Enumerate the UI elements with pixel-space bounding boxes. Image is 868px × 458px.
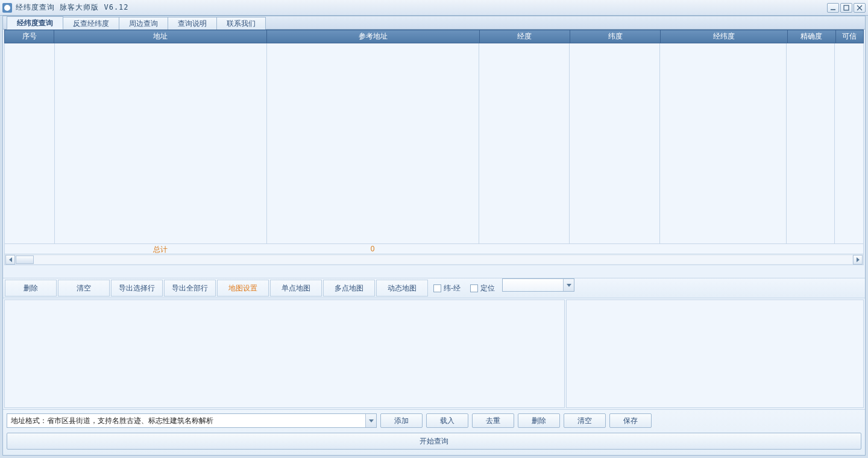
app-icon	[2, 3, 12, 13]
mid-toolbar: 删除 清空 导出选择行 导出全部行 地图设置 单点地图 多点地图 动态地图 纬-…	[3, 278, 865, 298]
tab-nearby[interactable]: 周边查询	[119, 17, 168, 30]
tab-strip: 经纬度查询 反查经纬度 周边查询 查询说明 联系我们	[3, 16, 865, 30]
lat-lng-checkbox[interactable]: 纬-经	[429, 278, 465, 298]
tab-contact[interactable]: 联系我们	[216, 17, 266, 30]
grid-body[interactable]	[4, 43, 864, 243]
tab-reverse[interactable]: 反查经纬度	[63, 17, 119, 30]
scroll-thumb[interactable]	[16, 256, 34, 264]
dedup-button[interactable]: 去重	[472, 413, 514, 428]
checkbox-icon	[470, 284, 478, 292]
col-lat[interactable]: 纬度	[570, 30, 660, 43]
export-selected-button[interactable]: 导出选择行	[111, 280, 163, 296]
map-multi-button[interactable]: 多点地图	[323, 280, 375, 296]
lower-panes	[4, 300, 864, 408]
scroll-left-button[interactable]	[5, 255, 15, 265]
start-query-button[interactable]: 开始查询	[7, 433, 861, 450]
grid-hscrollbar[interactable]	[4, 254, 864, 265]
addr-delete-button[interactable]: 删除	[518, 413, 560, 428]
footer-total-label: 总计	[54, 245, 266, 255]
col-precision[interactable]: 精确度	[787, 30, 835, 43]
map-pane-right[interactable]	[566, 300, 864, 408]
col-index[interactable]: 序号	[5, 30, 54, 43]
map-pane-left[interactable]	[4, 300, 565, 408]
add-button[interactable]: 添加	[380, 413, 423, 428]
scroll-right-button[interactable]	[853, 255, 863, 265]
col-trust[interactable]: 可信	[835, 30, 863, 43]
load-button[interactable]: 载入	[426, 413, 468, 428]
col-lng[interactable]: 经度	[479, 30, 570, 43]
col-refaddr[interactable]: 参考地址	[266, 30, 479, 43]
svg-rect-1	[844, 5, 849, 10]
address-input-row: 地址格式：省市区县街道，支持名胜古迹、标志性建筑名称解析 添加 载入 去重 删除…	[7, 413, 861, 428]
window-controls	[827, 3, 866, 13]
addr-clear-button[interactable]: 清空	[564, 413, 606, 428]
maximize-button[interactable]	[840, 3, 852, 13]
grid-header: 序号 地址 参考地址 经度 纬度 经纬度 精确度 可信	[4, 30, 864, 43]
delete-button[interactable]: 删除	[5, 280, 57, 296]
locate-checkbox[interactable]: 定位	[465, 278, 500, 298]
address-placeholder: 地址格式：省市区县街道，支持名胜古迹、标志性建筑名称解析	[7, 416, 217, 426]
map-dynamic-button[interactable]: 动态地图	[376, 280, 428, 296]
chevron-down-icon	[365, 414, 376, 427]
clear-button[interactable]: 清空	[58, 280, 110, 296]
chevron-down-icon	[563, 279, 574, 291]
col-address[interactable]: 地址	[54, 30, 267, 43]
map-single-button[interactable]: 单点地图	[270, 280, 322, 296]
tab-help[interactable]: 查询说明	[168, 17, 217, 30]
results-grid: 序号 地址 参考地址 经度 纬度 经纬度 精确度 可信 总计 0	[4, 30, 864, 249]
checkbox-icon	[433, 284, 441, 292]
save-button[interactable]: 保存	[609, 413, 652, 428]
footer-total-value: 0	[266, 245, 479, 253]
export-all-button[interactable]: 导出全部行	[164, 280, 216, 296]
window-title: 经纬度查询 脉客大师版 V6.12	[16, 2, 827, 13]
bottom-bar: 地址格式：省市区县街道，支持名胜古迹、标志性建筑名称解析 添加 载入 去重 删除…	[3, 409, 865, 455]
minimize-button[interactable]	[827, 3, 839, 13]
scroll-track[interactable]	[16, 256, 852, 264]
col-lnglat[interactable]: 经纬度	[661, 30, 787, 43]
main-frame: 经纬度查询 反查经纬度 周边查询 查询说明 联系我们 序号 地址 参考地址 经度…	[2, 16, 866, 456]
tab-lookup[interactable]: 经纬度查询	[7, 16, 63, 30]
lat-lng-label: 纬-经	[444, 283, 461, 293]
grid-footer: 总计 0	[4, 243, 864, 254]
map-settings-button[interactable]: 地图设置	[217, 280, 269, 296]
title-bar: 经纬度查询 脉客大师版 V6.12	[0, 0, 868, 16]
close-button[interactable]	[854, 3, 866, 13]
locate-label: 定位	[480, 283, 495, 293]
address-combo[interactable]: 地址格式：省市区县街道，支持名胜古迹、标志性建筑名称解析	[7, 413, 377, 428]
toolbar-combo[interactable]	[502, 278, 574, 292]
